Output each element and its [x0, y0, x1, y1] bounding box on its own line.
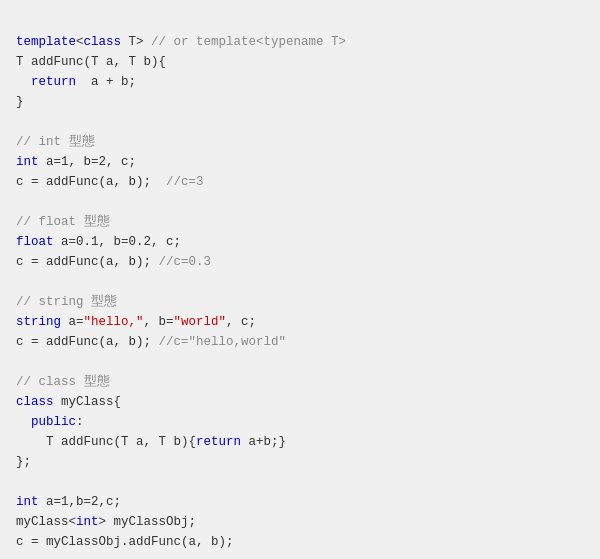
code-line-3: return a + b; [16, 75, 136, 89]
code-line-1: template<class T> // or template<typenam… [16, 35, 346, 49]
code-line-14: // string 型態 [16, 295, 117, 309]
code-line-15: string a="hello,", b="world", c; [16, 315, 256, 329]
code-line-2: T addFunc(T a, T b){ [16, 55, 166, 69]
code-line-7: int a=1, b=2, c; [16, 155, 136, 169]
code-line-25: myClass<int> myClassObj; [16, 515, 196, 529]
code-line-18: // class 型態 [16, 375, 110, 389]
code-line-6: // int 型態 [16, 135, 95, 149]
code-line-16: c = addFunc(a, b); //c="hello,world" [16, 335, 286, 349]
code-line-26: c = myClassObj.addFunc(a, b); [16, 535, 234, 549]
code-line-21: T addFunc(T a, T b){return a+b;} [16, 435, 286, 449]
code-line-20: public: [16, 415, 84, 429]
code-line-12: c = addFunc(a, b); //c=0.3 [16, 255, 211, 269]
code-line-11: float a=0.1, b=0.2, c; [16, 235, 181, 249]
code-line-10: // float 型態 [16, 215, 110, 229]
code-line-19: class myClass{ [16, 395, 121, 409]
code-line-24: int a=1,b=2,c; [16, 495, 121, 509]
code-container: template<class T> // or template<typenam… [0, 0, 600, 559]
code-line-22: }; [16, 455, 31, 469]
code-line-4: } [16, 95, 24, 109]
code-line-8: c = addFunc(a, b); //c=3 [16, 175, 204, 189]
